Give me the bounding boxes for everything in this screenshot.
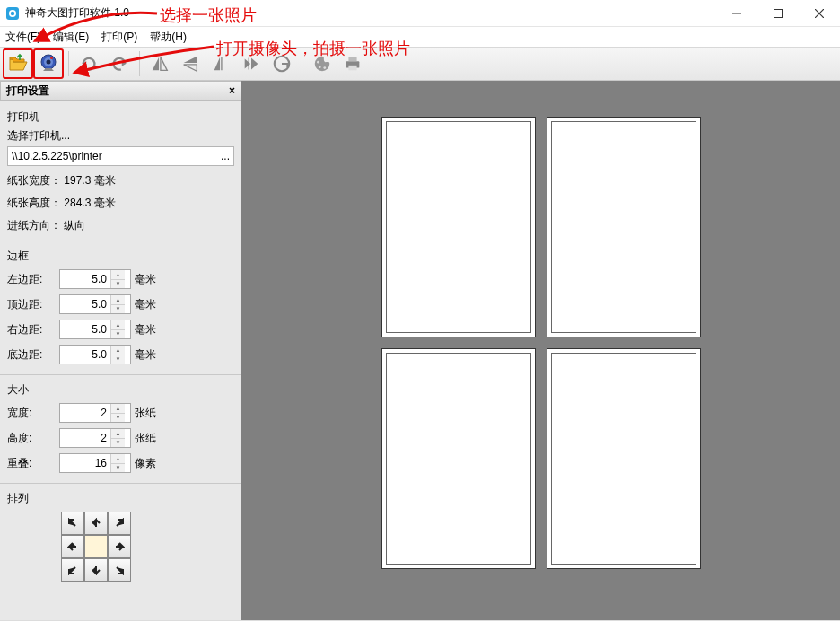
redo-icon: [109, 54, 129, 74]
maximize-button[interactable]: [757, 0, 799, 27]
unit-mm: 毫米: [135, 272, 156, 287]
preview-canvas: [241, 81, 840, 620]
toolbar: [0, 47, 840, 81]
page-grid: [381, 117, 701, 569]
redo-button[interactable]: [105, 49, 134, 78]
overlap-input[interactable]: ▲▼: [59, 453, 131, 473]
toolbar-separator: [68, 51, 69, 76]
arrow-left-icon: [67, 541, 78, 552]
open-camera-button[interactable]: [34, 49, 63, 78]
open-folder-icon: [7, 53, 29, 74]
margin-top-input[interactable]: ▲▼: [59, 294, 131, 314]
letter-g-icon: [272, 54, 292, 74]
flip-vertical-button[interactable]: [176, 49, 205, 78]
divider: [0, 241, 241, 241]
spinner[interactable]: ▲▼: [110, 320, 125, 338]
margin-section-label: 边框: [7, 249, 234, 264]
print-button[interactable]: [338, 49, 367, 78]
arrange-bottom-right[interactable]: [108, 558, 131, 582]
svg-rect-18: [348, 57, 356, 62]
spinner[interactable]: ▲▼: [110, 346, 125, 364]
menu-help[interactable]: 帮助(H): [150, 30, 187, 45]
arrange-right[interactable]: [108, 535, 131, 558]
flip-v-icon: [180, 54, 200, 74]
margin-top-label: 顶边距:: [7, 297, 59, 312]
grayscale-button[interactable]: [267, 49, 296, 78]
arrow-up-icon: [91, 518, 101, 529]
svg-rect-19: [348, 66, 356, 71]
ellipsis-icon: ...: [221, 150, 230, 162]
undo-icon: [79, 54, 99, 74]
printer-select[interactable]: \\10.2.5.225\printer ...: [7, 146, 234, 166]
arrange-top[interactable]: [84, 512, 108, 535]
spinner[interactable]: ▲▼: [110, 454, 125, 472]
arrow-down-left-icon: [67, 565, 78, 575]
open-file-button[interactable]: [4, 49, 32, 78]
arrow-down-icon: [91, 565, 101, 575]
printer-value: \\10.2.5.225\printer: [12, 150, 102, 162]
rotate-left-button[interactable]: [206, 49, 235, 78]
undo-button[interactable]: [74, 49, 103, 78]
margin-right-input[interactable]: ▲▼: [59, 320, 131, 339]
menu-edit[interactable]: 编辑(E): [53, 30, 89, 45]
toolbar-separator: [139, 51, 140, 76]
feed-direction-label: 进纸方向：: [7, 219, 61, 232]
svg-point-9: [47, 60, 51, 65]
margin-bottom-label: 底边距:: [7, 347, 59, 363]
size-section-label: 大小: [7, 382, 234, 398]
paper-height-row: 纸张高度： 284.3 毫米: [7, 196, 234, 211]
divider: [0, 483, 241, 484]
width-input[interactable]: ▲▼: [59, 403, 131, 423]
unit-mm: 毫米: [135, 297, 156, 312]
unit-sheet: 张纸: [135, 406, 156, 421]
margin-bottom-input[interactable]: ▲▼: [59, 345, 131, 364]
feed-direction-row: 进纸方向： 纵向: [7, 218, 234, 233]
arrange-bottom-left[interactable]: [61, 558, 84, 582]
panel-close-button[interactable]: ×: [229, 84, 235, 97]
paper-height-value: 284.3 毫米: [64, 197, 115, 209]
menubar: 文件(F) 编辑(E) 打印(P) 帮助(H): [0, 27, 840, 47]
arrange-bottom[interactable]: [84, 558, 108, 582]
svg-point-2: [11, 11, 14, 14]
svg-point-14: [317, 61, 319, 64]
unit-sheet: 张纸: [135, 431, 156, 446]
arrow-right-icon: [114, 541, 125, 552]
close-button[interactable]: [799, 0, 840, 27]
divider: [0, 374, 241, 375]
rotate-right-icon: [241, 54, 261, 74]
flip-h-icon: [150, 54, 170, 74]
svg-point-10: [50, 57, 53, 59]
margin-left-input[interactable]: ▲▼: [59, 269, 131, 289]
spinner[interactable]: ▲▼: [110, 429, 125, 447]
spinner[interactable]: ▲▼: [110, 404, 125, 422]
arrow-up-left-icon: [67, 518, 78, 529]
arrange-section-label: 排列: [7, 491, 234, 506]
printer-section-label: 打印机: [7, 110, 234, 125]
arrange-left[interactable]: [61, 535, 84, 558]
flip-horizontal-button[interactable]: [145, 49, 174, 78]
minimize-button[interactable]: [716, 0, 757, 27]
arrange-top-right[interactable]: [108, 512, 131, 535]
app-icon: [5, 6, 20, 21]
window-title: 神奇大图打印软件 1.0: [25, 5, 716, 21]
arrange-center[interactable]: [84, 535, 108, 558]
preview-page: [381, 348, 536, 569]
arrow-up-right-icon: [114, 518, 125, 529]
unit-mm: 毫米: [135, 322, 156, 337]
color-palette-button[interactable]: [308, 49, 337, 78]
menu-print[interactable]: 打印(P): [101, 30, 137, 45]
arrange-grid: [61, 512, 234, 582]
svg-rect-4: [774, 9, 783, 17]
close-icon: [815, 9, 824, 18]
paper-width-row: 纸张宽度： 197.3 毫米: [7, 173, 234, 188]
rotate-right-button[interactable]: [237, 49, 266, 78]
menu-file[interactable]: 文件(F): [5, 30, 40, 45]
spinner[interactable]: ▲▼: [110, 270, 125, 288]
unit-pixel: 像素: [135, 456, 156, 471]
minimize-icon: [732, 9, 741, 18]
height-input[interactable]: ▲▼: [59, 428, 131, 448]
spinner[interactable]: ▲▼: [110, 295, 125, 313]
preview-page: [381, 117, 536, 337]
arrange-top-left[interactable]: [61, 512, 84, 535]
overlap-label: 重叠:: [7, 456, 59, 471]
